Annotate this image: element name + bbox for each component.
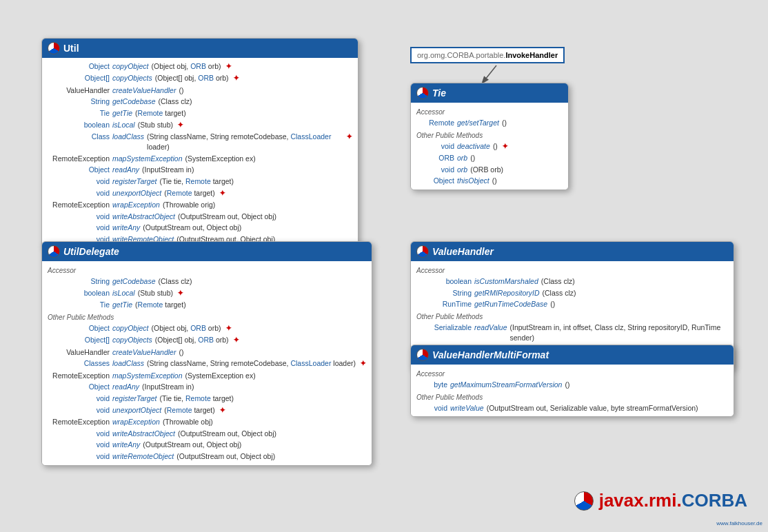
tie-body: Accessor Remoteget/setTarget () Other Pu… (411, 103, 568, 190)
invoke-handler-package: org.omg.CORBA.portable. (417, 51, 505, 59)
ud-m3: TiegetTie (Remote target) (42, 299, 372, 311)
ud-m8: RemoteExceptionmapSystemException (Syste… (42, 370, 372, 382)
util-delegate-body: Accessor StringgetCodebase (Class clz) b… (42, 261, 372, 465)
tie-m3: ORBorb () (411, 152, 568, 164)
value-handler-class-name: ValueHandler (432, 246, 494, 257)
util-cor-icon (48, 42, 60, 54)
value-handler-multi-cor-icon (416, 349, 429, 361)
util-delegate-cor-icon (48, 245, 60, 258)
util-body: ObjectcopyObject (Object obj, ORB orb)✦ … (42, 58, 358, 248)
brand-prefix: javax.rmi. (599, 490, 682, 511)
ud-m1: StringgetCodebase (Class clz) (42, 276, 372, 287)
util-m2: Object[]copyObjects (Object[] obj, ORB o… (42, 72, 358, 84)
ud-m11: voidunexportObject (Remote target)✦ (42, 405, 372, 416)
util-m10: voidregisterTarget (Tie tie, Remote targ… (42, 176, 358, 187)
vhm-m2: voidwriteValue (OutputStream out, Serial… (411, 402, 734, 414)
invoke-handler-class: InvokeHandler (505, 51, 558, 59)
util-class-name: Util (63, 43, 79, 54)
ud-m9: ObjectreadAny (InputStream in) (42, 381, 372, 393)
tie-m1: Remoteget/setTarget () (411, 117, 568, 129)
value-handler-multi-class-name: ValueHandlerMultiFormat (432, 349, 549, 360)
tie-m2: voiddeactivate ()✦ (411, 141, 568, 152)
ud-m5: Object[]copyObjects (Object[] obj, ORB o… (42, 334, 372, 346)
ud-m14: voidwriteAny (OutputStream out, Object o… (42, 439, 372, 451)
diagram-area: org.omg.CORBA.portable.InvokeHandler Uti… (0, 0, 768, 532)
ud-m6: ValueHandlercreateValueHandler () (42, 347, 372, 358)
util-m7: ClassloadClass (String className, String… (42, 131, 358, 152)
vh-m1: booleanisCustomMarshaled (Class clz) (411, 276, 734, 287)
util-m4: StringgetCodebase (Class clz) (42, 96, 358, 108)
util-m9: ObjectreadAny (InputStream in) (42, 164, 358, 176)
util-m14: voidwriteAny (OutputStream out, Object o… (42, 222, 358, 234)
tie-section-other: Other Public Methods (411, 130, 568, 141)
util-m13: voidwriteAbstractObject (OutputStream ou… (42, 211, 358, 223)
util-delegate-class-name: UtilDelegate (63, 246, 119, 257)
vhm-section-other: Other Public Methods (411, 392, 734, 402)
value-handler-cor-icon (416, 245, 429, 258)
vh-m4: SerializablereadValue (InputStream in, i… (411, 322, 734, 343)
tie-class-box: Tie Accessor Remoteget/setTarget () Othe… (410, 83, 569, 190)
ud-m7: ClassesloadClass (String className, Stri… (42, 358, 372, 369)
vh-section-other: Other Public Methods (411, 311, 734, 322)
util-m11: voidunexportObject (Remote target)✦ (42, 187, 358, 199)
watermark: www.falkhouser.de (716, 520, 762, 526)
ud-m4: ObjectcopyObject (Object obj, ORB orb)✦ (42, 323, 372, 334)
tie-header: Tie (411, 83, 568, 103)
svg-line-0 (483, 65, 496, 83)
value-handler-multi-body: Accessor bytegetMaximumStreamFormatVersi… (411, 365, 734, 416)
util-header: Util (42, 39, 358, 58)
vh-m3: RunTimegetRunTimeCodeBase () (411, 298, 734, 310)
value-handler-multi-class-box: ValueHandlerMultiFormat Accessor byteget… (410, 345, 734, 417)
vh-m2: StringgetRMIRepositoryID (Class clz) (411, 287, 734, 299)
vhm-m1: bytegetMaximumStreamFormatVersion () (411, 379, 734, 391)
util-delegate-header: UtilDelegate (42, 242, 372, 261)
invoke-handler-box: org.omg.CORBA.portable.InvokeHandler (410, 47, 565, 63)
ud-m13: voidwriteAbstractObject (OutputStream ou… (42, 428, 372, 440)
brand-highlight: CORBA (682, 490, 747, 511)
util-m12: RemoteExceptionwrapException (Throwable … (42, 199, 358, 211)
util-m6: booleanisLocal (Stub stub)✦ (42, 119, 358, 131)
vh-section-accessor: Accessor (411, 265, 734, 276)
util-m5: TiegetTie (Remote target) (42, 108, 358, 119)
brand-text: javax.rmi.CORBA (599, 490, 747, 511)
tie-m5: ObjectthisObject () (411, 175, 568, 187)
tie-m4: voidorb (ORB orb) (411, 164, 568, 176)
tie-section-accessor: Accessor (411, 107, 568, 117)
util-m3: ValueHandlercreateValueHandler () (42, 85, 358, 96)
ud-m15: voidwriteRemoteObject (OutputStream out,… (42, 451, 372, 462)
ud-section-other: Other Public Methods (42, 312, 372, 323)
brand-badge: javax.rmi.CORBA (574, 490, 747, 511)
ud-section-accessor: Accessor (42, 265, 372, 276)
ud-m2: booleanisLocal (Stub stub)✦ (42, 287, 372, 299)
ud-m12: RemoteExceptionwrapException (Throwable … (42, 416, 372, 428)
util-class-box: Util ObjectcopyObject (Object obj, ORB o… (41, 38, 358, 249)
brand-cor-icon (574, 491, 594, 511)
vhm-section-accessor: Accessor (411, 369, 734, 379)
util-m8: RemoteExceptionmapSystemException (Syste… (42, 153, 358, 165)
value-handler-multi-header: ValueHandlerMultiFormat (411, 345, 734, 365)
util-m1: ObjectcopyObject (Object obj, ORB orb)✦ (42, 61, 358, 72)
tie-cor-icon (416, 87, 429, 99)
ud-m10: voidregisterTarget (Tie tie, Remote targ… (42, 393, 372, 405)
value-handler-header: ValueHandler (411, 242, 734, 261)
util-delegate-class-box: UtilDelegate Accessor StringgetCodebase … (41, 241, 372, 466)
tie-class-name: Tie (432, 88, 446, 99)
